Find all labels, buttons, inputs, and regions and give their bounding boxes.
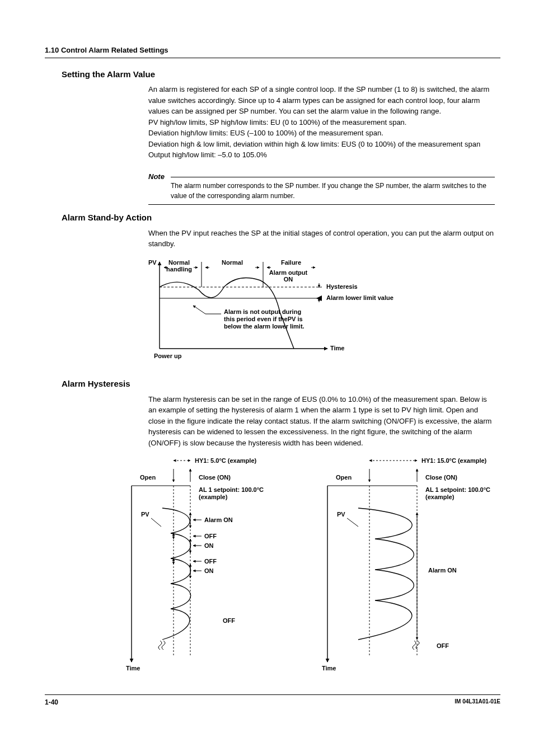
standby-body: When the PV input reaches the SP at the …	[148, 228, 495, 250]
alarm-value-l1: PV high/low limits, SP high/low limits: …	[148, 118, 406, 126]
svg-text:Close (ON): Close (ON)	[199, 474, 231, 481]
heading-alarm-value: Setting the Alarm Value	[62, 68, 500, 81]
svg-text:(example): (example)	[425, 494, 455, 500]
svg-text:Normal: Normal	[168, 259, 190, 266]
note-title: Note	[148, 171, 169, 182]
alarm-value-l2: Deviation high/low limits: EUS (–100 to …	[148, 129, 383, 137]
alarm-value-l4: Output high/low limit: –5.0 to 105.0%	[148, 151, 267, 159]
svg-text:Open: Open	[140, 474, 156, 481]
svg-text:PV: PV	[148, 259, 157, 266]
svg-text:HY1: 15.0°C (example): HY1: 15.0°C (example)	[421, 457, 487, 464]
svg-text:ON: ON	[204, 542, 214, 549]
svg-text:OFF: OFF	[204, 533, 217, 539]
svg-text:ON: ON	[284, 276, 293, 283]
note-text: The alarm number corresponds to the SP n…	[148, 177, 495, 205]
doc-id: IM 04L31A01-01E	[455, 697, 500, 707]
page-number: 1-40	[45, 697, 58, 707]
svg-line-27	[193, 306, 205, 314]
heading-hysteresis: Alarm Hysteresis	[62, 378, 500, 391]
svg-text:Alarm ON: Alarm ON	[428, 567, 457, 574]
svg-text:below the alarm lower limit.: below the alarm lower limit.	[224, 323, 305, 330]
svg-text:Alarm lower limit value: Alarm lower limit value	[326, 294, 394, 301]
svg-text:Normal: Normal	[222, 259, 243, 266]
svg-text:HY1: 5.0°C (example): HY1: 5.0°C (example)	[195, 457, 256, 464]
svg-text:AL 1 setpoint: 100.0°C: AL 1 setpoint: 100.0°C	[199, 486, 264, 493]
hysteresis-diagram: HY1: 5.0°C (example) Open Close (ON) AL …	[78, 455, 500, 682]
svg-line-79	[347, 518, 358, 527]
svg-text:Close (ON): Close (ON)	[425, 474, 457, 481]
svg-text:OFF: OFF	[223, 617, 235, 624]
svg-text:Power up: Power up	[154, 353, 182, 359]
page-footer: 1-40 IM 04L31A01-01E	[45, 694, 500, 707]
svg-text:AL 1 setpoint: 100.0°C: AL 1 setpoint: 100.0°C	[425, 486, 490, 493]
svg-text:(example): (example)	[199, 494, 228, 500]
svg-text:Alarm output: Alarm output	[269, 269, 308, 276]
svg-text:Time: Time	[330, 345, 344, 351]
svg-text:this period even if thePV is: this period even if thePV is	[224, 316, 303, 322]
svg-text:Failure: Failure	[281, 259, 301, 266]
section-header: 1.10 Control Alarm Related Settings	[45, 45, 500, 58]
note-block: Note The alarm number corresponds to the…	[148, 166, 495, 205]
alarm-value-p1: An alarm is registered for each SP of a …	[148, 85, 489, 115]
hysteresis-body: The alarm hysteresis can be set in the r…	[148, 394, 495, 449]
alarm-value-l3: Deviation high & low limit, deviation wi…	[148, 140, 480, 148]
svg-text:OFF: OFF	[437, 642, 449, 649]
svg-text:OFF: OFF	[204, 558, 217, 565]
svg-text:Alarm is not output during: Alarm is not output during	[224, 308, 301, 315]
svg-text:Hysteresis: Hysteresis	[326, 283, 358, 290]
svg-text:Alarm ON: Alarm ON	[204, 516, 233, 523]
svg-text:handling: handling	[166, 266, 192, 273]
alarm-value-body: An alarm is registered for each SP of a …	[148, 84, 495, 161]
svg-text:Time: Time	[126, 665, 140, 672]
svg-text:PV: PV	[141, 511, 149, 518]
standby-diagram: PV Normal handling Normal Failure Alarm …	[148, 256, 500, 372]
svg-text:ON: ON	[204, 567, 214, 574]
svg-line-48	[151, 518, 161, 527]
svg-text:PV: PV	[337, 511, 345, 518]
svg-text:Open: Open	[336, 474, 352, 481]
svg-text:Time: Time	[322, 665, 336, 672]
heading-standby: Alarm Stand-by Action	[62, 212, 500, 224]
